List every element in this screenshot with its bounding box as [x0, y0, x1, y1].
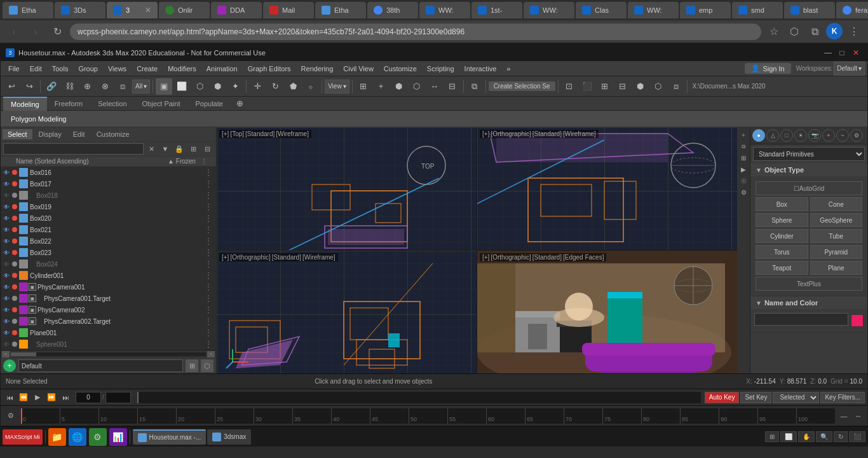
link-button[interactable]: 🔗 [43, 78, 60, 95]
ribbon-tab-selection[interactable]: Selection [90, 97, 134, 111]
align-btn[interactable]: ⊞ [355, 78, 372, 95]
select-move-btn[interactable]: ✛ [249, 78, 266, 95]
maximize-viewport-btn[interactable]: ⬛ [849, 431, 865, 442]
name-color-header[interactable]: ▼ Name and Color [750, 296, 867, 309]
scene-horizontal-scrollbar[interactable]: ‹ › [1, 350, 216, 357]
render-setup-btn[interactable]: ⬛ [579, 78, 595, 95]
visibility-icon[interactable]: 👁 [2, 168, 11, 177]
options-dots-icon[interactable]: ⋮ [202, 225, 215, 235]
ribbon-tab-populate[interactable]: Populate [187, 97, 230, 111]
selection-filter-dropdown[interactable]: All ▾ [132, 80, 150, 94]
sphere-btn[interactable]: Sphere [756, 213, 808, 227]
cam-mode-btn[interactable]: 📷 [808, 129, 821, 142]
list-item[interactable]: 👁 Box024 ⋮ [1, 258, 216, 270]
color-swatch-btn[interactable] [851, 314, 864, 327]
vp-shading[interactable]: [Standard] [532, 254, 562, 261]
menu-tools[interactable]: Tools [47, 61, 74, 76]
light-mode-btn[interactable]: ☀ [794, 129, 807, 142]
extensions-btn[interactable]: ⧉ [806, 23, 824, 41]
create-panel-icon[interactable]: + [738, 130, 749, 140]
forward-button[interactable]: › [27, 23, 44, 41]
options-dots-icon[interactable]: ⋮ [202, 236, 215, 246]
reload-button[interactable]: ↻ [48, 23, 66, 41]
total-frames-input[interactable]: 100 [105, 392, 131, 403]
layer-dropdown[interactable]: Default [18, 359, 183, 372]
tab-online[interactable]: Onlir [159, 2, 210, 18]
visibility-icon[interactable]: 👁 [2, 317, 11, 326]
unbind-button[interactable]: ⊗ [97, 78, 113, 95]
taskbar-icon-3[interactable]: ⚙ [89, 428, 107, 446]
scroll-right-btn[interactable]: › [207, 351, 215, 357]
close-button[interactable]: ✕ [850, 46, 862, 59]
settings-btn[interactable]: ⋮ [845, 23, 863, 41]
vp-display[interactable]: [Wireframe] [563, 130, 596, 137]
tab-3ds1[interactable]: 3Ds [55, 2, 105, 18]
zoom-btn[interactable]: 🔍 [816, 431, 832, 442]
layer-manager-btn[interactable]: ⧉ [466, 78, 483, 95]
menu-file[interactable]: File [3, 61, 25, 76]
options-dots-icon[interactable]: ⋮ [202, 247, 215, 258]
workspaces-dropdown[interactable]: Default ▾ [834, 62, 865, 76]
options-dots-icon[interactable]: ⋮ [202, 270, 215, 281]
vp-shading[interactable]: [Standard] [245, 130, 275, 137]
menu-rendering[interactable]: Rendering [296, 61, 339, 76]
restore-button[interactable]: □ [836, 46, 848, 59]
scene-tab-customize[interactable]: Customize [92, 129, 135, 139]
pyramid-btn[interactable]: Pyramid [810, 245, 863, 259]
tab-google[interactable]: 38th [367, 2, 418, 18]
scroll-thumb[interactable] [11, 352, 36, 356]
vp-plus-icon[interactable]: [+] [482, 130, 489, 137]
object-name-input[interactable] [754, 313, 848, 326]
viewport-perspective[interactable]: [+] [Orthographic] [Standard] [Edged Fac… [477, 251, 737, 373]
tab-etha1[interactable]: Etha [3, 2, 53, 18]
menu-interactive[interactable]: Interactive [459, 61, 502, 76]
tab-blast[interactable]: blast [784, 2, 835, 18]
menu-group[interactable]: Group [73, 61, 103, 76]
category-dropdown[interactable]: Standard Primitives [753, 147, 865, 161]
geosphere-btn[interactable]: GeoSphere [810, 213, 863, 227]
visibility-icon[interactable]: 👁 [2, 260, 11, 268]
next-frame-btn[interactable]: ⏭ [59, 391, 72, 404]
profile-button[interactable]: K [826, 23, 843, 39]
vp-plus-icon[interactable]: [+] [482, 254, 489, 261]
scene-search-input[interactable] [3, 143, 144, 155]
scene-collapse-btn[interactable]: ⊟ [201, 143, 214, 155]
array-btn[interactable]: ⬡ [409, 78, 425, 95]
tab-emp[interactable]: emp [680, 2, 731, 18]
list-item[interactable]: 👁 Sphere001 ⋮ [1, 338, 216, 350]
options-dots-icon[interactable]: ⋮ [202, 282, 215, 292]
render-frame-btn[interactable]: ⧈ [668, 78, 684, 95]
zoom-region-btn[interactable]: ⬜ [780, 431, 797, 442]
menu-views[interactable]: Views [103, 61, 132, 76]
select-fence-btn[interactable]: ⬢ [209, 78, 226, 95]
hierarchy-btn[interactable]: + [373, 78, 390, 95]
orbit-btn[interactable]: ↻ [834, 431, 848, 442]
vp-plus-icon[interactable]: [+] [222, 254, 229, 261]
prev-frame-btn[interactable]: ⏪ [17, 391, 30, 404]
play-btn[interactable]: ▶ [31, 391, 44, 404]
scene-tab-edit[interactable]: Edit [68, 129, 90, 139]
create-selection-set-btn[interactable]: Create Selection Se [489, 81, 555, 91]
select-region-btn[interactable]: ⬜ [173, 78, 190, 95]
bookmark-btn[interactable]: ☆ [765, 23, 783, 41]
scroll-left-btn[interactable]: ‹ [2, 351, 10, 357]
tube-btn[interactable]: Tube [810, 229, 863, 243]
visibility-icon[interactable]: 👁 [2, 282, 11, 291]
select-lasso-btn[interactable]: ⬡ [191, 78, 208, 95]
selected-dropdown[interactable]: Selected [773, 392, 819, 403]
vp-view-name[interactable]: [Orthographic] [230, 254, 270, 261]
visibility-icon[interactable]: 👁 [2, 179, 11, 188]
list-item[interactable]: 👁 Cylinder001 ⋮ [1, 270, 216, 281]
list-item[interactable]: 👁 Box017 ⋮ [1, 178, 216, 190]
taskbar-icon-1[interactable]: 📁 [48, 428, 66, 446]
create-mode-btn[interactable]: ● [752, 129, 765, 142]
options-dots-icon[interactable]: ⋮ [202, 213, 215, 223]
select-place-btn[interactable]: ⬦ [302, 78, 319, 95]
textplus-btn[interactable]: TextPlus [756, 277, 862, 291]
geom-mode-btn[interactable]: △ [766, 129, 779, 142]
tab-etha2[interactable]: Etha [315, 2, 366, 18]
motion-panel-icon[interactable]: ▶ [738, 164, 749, 174]
visibility-icon[interactable]: 👁 [2, 237, 11, 246]
unlink-button[interactable]: ⛓ [61, 78, 78, 95]
visibility-icon[interactable]: 👁 [2, 340, 11, 349]
